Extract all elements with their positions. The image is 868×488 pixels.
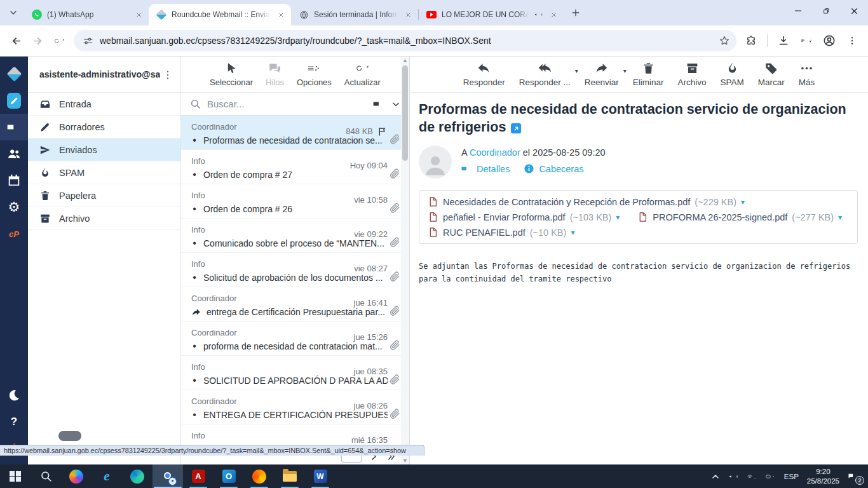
taskbar-start-button[interactable] bbox=[0, 464, 31, 488]
dropdown-caret-icon[interactable]: ▾ bbox=[623, 67, 627, 74]
taskbar-taskbar-search[interactable] bbox=[31, 464, 61, 488]
attachment-item[interactable]: RUC PENAFIEL.pdf(~10 KB)▾ bbox=[428, 227, 574, 238]
compose-button[interactable] bbox=[0, 87, 28, 114]
attachment-menu-caret-icon[interactable]: ▾ bbox=[571, 228, 574, 237]
taskbar-acrobat[interactable]: A bbox=[183, 464, 214, 488]
account-menu-kebab-icon[interactable]: ⋮ bbox=[160, 69, 175, 81]
sidebar-folder-borradores[interactable]: Borradores bbox=[28, 116, 180, 139]
view-toolbar-marcar-button[interactable]: Marcar bbox=[758, 62, 785, 87]
window-close-button[interactable] bbox=[840, 0, 868, 22]
taskbar-edge[interactable] bbox=[122, 464, 153, 488]
view-toolbar-m-s-button[interactable]: Más bbox=[799, 62, 815, 87]
list-scrollbar[interactable]: ▲ ▼ bbox=[401, 57, 409, 464]
tab-youtube[interactable]: LO MEJOR DE UN CORAZÓ bbox=[419, 4, 564, 25]
open-in-new-window-icon[interactable] bbox=[511, 123, 521, 133]
taskbar-file-explorer[interactable] bbox=[275, 464, 305, 488]
attachment-menu-caret-icon[interactable]: ▾ bbox=[838, 213, 842, 222]
taskbar-chrome[interactable]: ● bbox=[153, 464, 183, 488]
extensions-icon[interactable] bbox=[740, 30, 762, 51]
sidebar-folder-papelera[interactable]: Papelera bbox=[28, 184, 180, 207]
help-button[interactable]: ? bbox=[0, 409, 28, 435]
recipient-link[interactable]: Coordinador bbox=[470, 147, 520, 158]
attachment-item[interactable]: peñafiel - Enviar Proforma.pdf(~103 KB)▾ bbox=[428, 212, 620, 222]
taskbar-outlook[interactable]: O bbox=[214, 464, 244, 488]
downloads-icon[interactable] bbox=[773, 30, 794, 51]
browser-menu-kebab-icon[interactable] bbox=[841, 30, 863, 51]
address-url[interactable]: webmail.sanjuan.gob.ec/cpsess7831249225/… bbox=[100, 36, 716, 46]
media-controls-icon[interactable] bbox=[796, 30, 817, 51]
tab-close-icon[interactable] bbox=[548, 10, 559, 20]
message-row[interactable]: Coordinadorjue 15:26•proforma de necesid… bbox=[181, 322, 409, 356]
back-button[interactable] bbox=[5, 30, 27, 51]
address-bar[interactable]: webmail.sanjuan.gob.ec/cpsess7831249225/… bbox=[74, 30, 736, 51]
attachment-menu-caret-icon[interactable]: ▾ bbox=[616, 213, 620, 222]
message-row[interactable]: Infovie 10:58•Orden de compra # 26 bbox=[181, 184, 409, 219]
attachment-menu-caret-icon[interactable]: ▾ bbox=[741, 198, 745, 207]
mail-nav[interactable] bbox=[0, 114, 28, 140]
cpanel-nav[interactable]: cP bbox=[0, 220, 28, 247]
sidebar-folder-enviados[interactable]: Enviados bbox=[28, 139, 180, 161]
message-row[interactable]: Infovie 09:22•Comunicado sobre el proces… bbox=[181, 219, 409, 253]
list-toolbar-hilos-button[interactable]: Hilos bbox=[266, 62, 284, 87]
sidebar-folder-spam[interactable]: SPAM bbox=[28, 161, 180, 184]
view-toolbar-archivo-button[interactable]: Archivo bbox=[678, 62, 707, 87]
scroll-down-icon[interactable]: ▼ bbox=[402, 457, 408, 464]
sidebar-folder-archivo[interactable]: Archivo bbox=[28, 207, 180, 230]
search-input[interactable] bbox=[207, 98, 367, 109]
view-toolbar-responder-button[interactable]: Responder ...▾ bbox=[519, 62, 571, 87]
search-scope-envelope-icon[interactable] bbox=[373, 98, 385, 110]
dark-mode-toggle[interactable] bbox=[0, 382, 28, 409]
view-toolbar-responder-button[interactable]: Responder bbox=[463, 62, 505, 87]
view-toolbar-reenviar-button[interactable]: Reenviar▾ bbox=[585, 62, 619, 87]
attachment-item[interactable]: Necesidades de Contratación y Recepción … bbox=[428, 196, 745, 207]
taskbar-word[interactable]: W bbox=[305, 464, 336, 488]
tray-chevron-up-icon[interactable] bbox=[710, 471, 721, 482]
taskbar-copilot[interactable] bbox=[61, 464, 92, 488]
message-row[interactable]: Infovie 08:27•Solicitud de aprobación de… bbox=[181, 253, 409, 287]
volume-icon[interactable] bbox=[729, 471, 739, 482]
attachment-name[interactable]: PROFORMA 26-2025-signed.pdf bbox=[653, 212, 787, 222]
site-info-icon[interactable] bbox=[83, 36, 93, 46]
cabeceras-button[interactable]: Cabeceras bbox=[524, 163, 583, 174]
tab-audio-speaker-icon[interactable] bbox=[534, 10, 543, 19]
taskbar-internet-explorer[interactable]: e bbox=[92, 464, 122, 488]
view-toolbar-spam-button[interactable]: SPAM bbox=[721, 62, 744, 87]
search-collapse-chevron-icon[interactable] bbox=[391, 100, 400, 109]
tab-close-icon[interactable] bbox=[403, 10, 413, 20]
tab-roundcube[interactable]: Roundcube Webmail :: Enviados bbox=[149, 4, 291, 25]
message-row[interactable]: InfoHoy 09:04•Orden de compra # 27 bbox=[181, 150, 409, 184]
tab-search-chevron-icon[interactable] bbox=[5, 4, 22, 21]
attachment-name[interactable]: peñafiel - Enviar Proforma.pdf bbox=[443, 212, 566, 222]
message-row[interactable]: Coordinadorjue 08:26•ENTREGA DE CERTIFIC… bbox=[181, 390, 409, 424]
notification-center[interactable]: 2 bbox=[848, 470, 862, 483]
detalles-button[interactable]: Detalles bbox=[461, 163, 510, 174]
list-toolbar-actualizar-button[interactable]: Actualizar bbox=[344, 62, 381, 87]
new-tab-button[interactable] bbox=[567, 4, 584, 21]
list-toolbar-opciones-button[interactable]: Opciones bbox=[297, 62, 332, 87]
message-row[interactable]: Infojue 08:35•SOLICITUD DE APROBACIÓN D … bbox=[181, 356, 409, 390]
language-indicator[interactable]: ESP bbox=[784, 473, 799, 480]
bookmark-star-icon[interactable] bbox=[719, 35, 730, 46]
tab-close-icon[interactable] bbox=[276, 10, 286, 20]
roundcube-logo[interactable] bbox=[0, 60, 28, 87]
taskbar-firefox[interactable] bbox=[244, 464, 275, 488]
attachment-name[interactable]: RUC PENAFIEL.pdf bbox=[443, 227, 526, 238]
profile-avatar-icon[interactable] bbox=[818, 30, 840, 51]
message-row[interactable]: Coordinadorjue 16:41entrega de Certifica… bbox=[181, 287, 409, 322]
scroll-up-icon[interactable]: ▲ bbox=[402, 57, 408, 64]
message-row[interactable]: Coordinador848 KB•Proformas de necesidad… bbox=[181, 116, 409, 150]
window-restore-button[interactable] bbox=[812, 0, 840, 22]
clock[interactable]: 9:2025/8/2025 bbox=[807, 467, 839, 485]
tab-informes[interactable]: Sesión terminada | Informes Me bbox=[291, 4, 418, 25]
attachment-name[interactable]: Necesidades de Contratación y Recepción … bbox=[443, 197, 690, 207]
tab-close-icon[interactable] bbox=[133, 10, 144, 20]
contacts-nav[interactable] bbox=[0, 140, 28, 167]
reload-button[interactable] bbox=[48, 30, 70, 51]
view-toolbar-eliminar-button[interactable]: Eliminar bbox=[633, 62, 664, 87]
cast-screen-icon[interactable] bbox=[766, 471, 776, 482]
forward-button[interactable] bbox=[27, 30, 48, 51]
settings-nav[interactable]: ⚙ bbox=[0, 194, 28, 220]
window-minimize-button[interactable] bbox=[784, 0, 812, 22]
scrollbar-thumb[interactable] bbox=[402, 65, 408, 161]
attachment-item[interactable]: PROFORMA 26-2025-signed.pdf(~277 KB)▾ bbox=[637, 212, 842, 222]
